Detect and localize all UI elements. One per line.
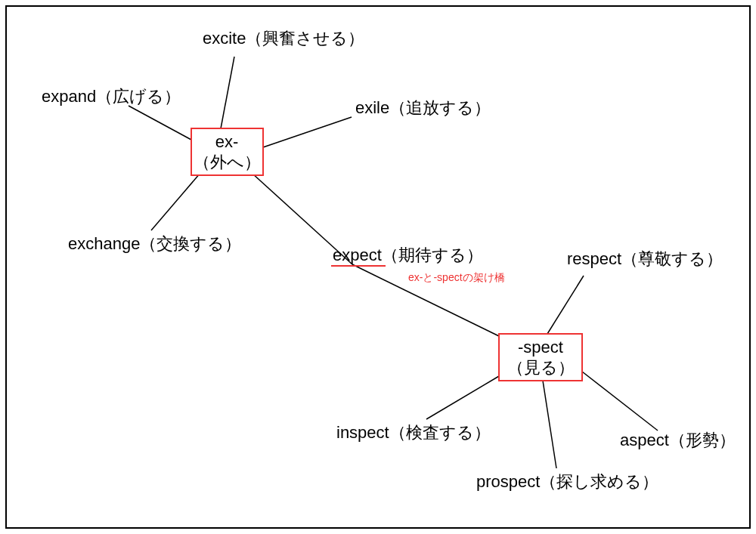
root-ex-l2: （外へ） — [194, 153, 261, 171]
root-spect-l1: -spect — [518, 338, 563, 357]
leaf-prospect: prospect（探し求める） — [476, 472, 658, 491]
leaf-exile: exile（追放する） — [355, 98, 491, 117]
leaf-respect: respect（尊敬する） — [567, 249, 723, 268]
root-ex: ex- （外へ） — [191, 128, 263, 175]
edge-spect-respect — [547, 276, 584, 334]
bridge-word: expect（期待する） — [333, 245, 483, 264]
root-spect-l2: （見る） — [507, 358, 575, 377]
edge-ex-exile — [263, 117, 352, 147]
edge-spect-inspect — [426, 376, 499, 419]
leaf-aspect: aspect（形勢） — [620, 431, 736, 449]
leaf-excite: excite（興奮させる） — [203, 29, 364, 48]
leaf-expand: expand（広げる） — [42, 87, 181, 106]
edge-ex-expand — [129, 106, 191, 140]
leaf-inspect: inspect（検査する） — [336, 423, 491, 442]
edge-spect-aspect — [582, 372, 658, 431]
edge-spect-prospect — [543, 381, 556, 468]
edge-ex-exchange — [151, 173, 200, 230]
diagram-stage: ex- （外へ） -spect （見る） expect（期待する） ex-と-s… — [0, 0, 756, 534]
leaf-exchange: exchange（交換する） — [68, 234, 241, 253]
root-ex-l1: ex- — [215, 132, 239, 151]
bridge-note: ex-と-spectの架け橋 — [408, 271, 505, 283]
root-spect: -spect （見る） — [499, 334, 582, 381]
edge-ex-excite — [221, 57, 234, 128]
bridge-expect: expect（期待する） ex-と-spectの架け橋 — [331, 245, 505, 283]
diagram-svg: ex- （外へ） -spect （見る） expect（期待する） ex-と-s… — [0, 0, 756, 534]
